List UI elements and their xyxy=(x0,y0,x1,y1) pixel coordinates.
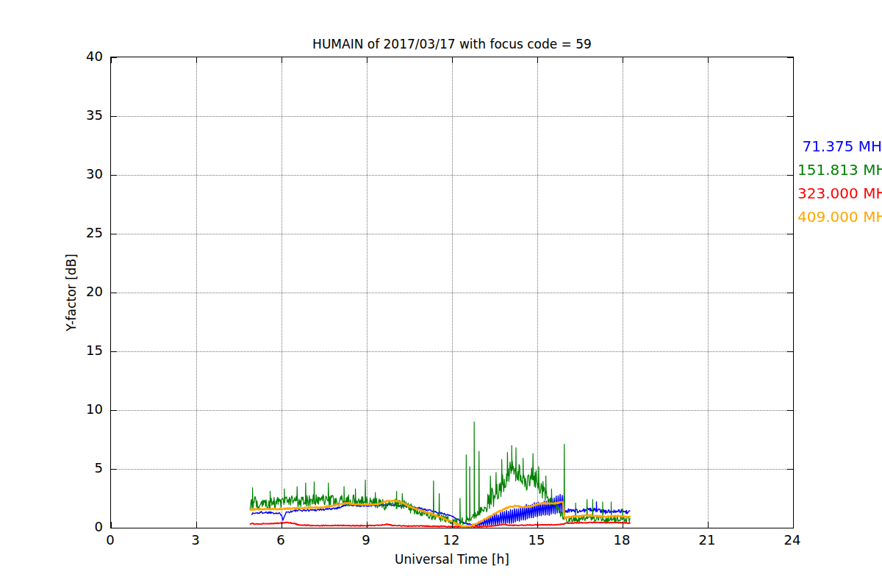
legend: 71.375 MHz 151.813 MHz 323.000 MHz 409.0… xyxy=(772,135,882,229)
tick-mark xyxy=(367,57,368,63)
x-tick-label: 6 xyxy=(259,532,303,548)
y-tick-label: 30 xyxy=(44,166,103,182)
y-tick-label: 20 xyxy=(44,284,103,299)
legend-entry: 323.000 MHz xyxy=(772,182,882,205)
x-tick-label: 21 xyxy=(685,532,729,548)
y-tick-label: 10 xyxy=(44,401,103,417)
tick-mark xyxy=(111,522,112,528)
tick-mark xyxy=(787,293,793,293)
tick-mark xyxy=(196,522,197,528)
tick-layer xyxy=(111,57,793,528)
tick-mark xyxy=(787,469,793,470)
tick-mark xyxy=(452,522,453,528)
tick-mark xyxy=(196,57,197,63)
y-tick-label: 5 xyxy=(44,460,103,476)
tick-mark xyxy=(111,57,112,63)
y-tick-label: 25 xyxy=(44,225,103,240)
y-tick-label: 0 xyxy=(44,519,103,534)
x-tick-label: 0 xyxy=(88,532,132,548)
tick-mark xyxy=(793,57,794,63)
y-tick-label: 15 xyxy=(44,343,103,358)
tick-mark xyxy=(111,57,117,58)
x-tick-label: 3 xyxy=(173,532,218,548)
tick-mark xyxy=(111,469,117,470)
tick-mark xyxy=(111,175,117,176)
tick-mark xyxy=(537,522,538,528)
legend-entry: 409.000 MHz xyxy=(772,205,882,229)
tick-mark xyxy=(111,410,117,411)
tick-mark xyxy=(787,528,793,528)
x-tick-label: 12 xyxy=(429,532,473,548)
figure: HUMAIN of 2017/03/17 with focus code = 5… xyxy=(0,0,882,588)
legend-entry: 71.375 MHz xyxy=(772,135,882,158)
chart-title: HUMAIN of 2017/03/17 with focus code = 5… xyxy=(110,37,794,51)
tick-mark xyxy=(623,522,623,528)
tick-mark xyxy=(787,410,793,411)
tick-mark xyxy=(111,351,117,352)
tick-mark xyxy=(111,234,117,234)
tick-mark xyxy=(623,57,623,63)
tick-mark xyxy=(787,116,793,117)
legend-entry: 151.813 MHz xyxy=(772,158,882,182)
tick-mark xyxy=(787,351,793,352)
y-tick-label: 40 xyxy=(44,49,103,64)
tick-mark xyxy=(111,116,117,117)
tick-mark xyxy=(708,522,709,528)
y-tick-label: 35 xyxy=(44,107,103,123)
tick-mark xyxy=(708,57,709,63)
tick-mark xyxy=(111,528,117,528)
tick-mark xyxy=(787,234,793,234)
tick-mark xyxy=(452,57,453,63)
tick-mark xyxy=(793,522,794,528)
tick-mark xyxy=(537,57,538,63)
x-tick-label: 24 xyxy=(770,532,814,548)
tick-mark xyxy=(111,293,117,293)
x-axis-label: Universal Time [h] xyxy=(110,552,794,567)
tick-mark xyxy=(367,522,368,528)
plot-area: 71.375 MHz 151.813 MHz 323.000 MHz 409.0… xyxy=(110,57,794,528)
tick-mark xyxy=(787,57,793,58)
x-tick-label: 9 xyxy=(344,532,388,548)
tick-mark xyxy=(282,522,282,528)
tick-mark xyxy=(282,57,282,63)
x-tick-label: 15 xyxy=(514,532,559,548)
x-tick-label: 18 xyxy=(600,532,644,548)
